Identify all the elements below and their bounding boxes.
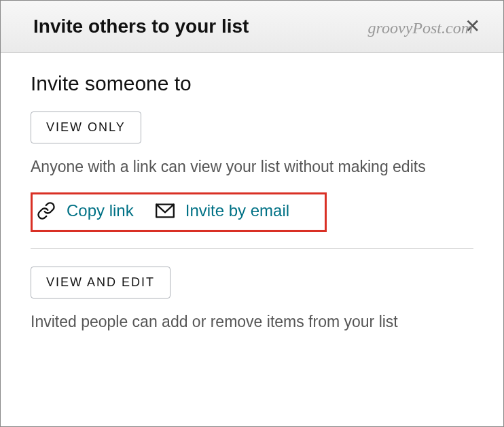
link-icon bbox=[37, 201, 56, 220]
dialog-header: Invite others to your list ✕ bbox=[1, 1, 503, 53]
close-button[interactable]: ✕ bbox=[461, 17, 484, 36]
share-actions-row: Copy link Invite by email bbox=[31, 192, 327, 232]
copy-link-label: Copy link bbox=[67, 201, 134, 220]
view-edit-description: Invited people can add or remove items f… bbox=[31, 311, 473, 332]
email-icon bbox=[156, 203, 175, 218]
view-and-edit-button[interactable]: VIEW AND EDIT bbox=[31, 267, 170, 298]
invite-email-action[interactable]: Invite by email bbox=[156, 201, 289, 220]
section-title: Invite someone to bbox=[31, 72, 473, 95]
copy-link-action[interactable]: Copy link bbox=[37, 201, 134, 220]
section-divider bbox=[31, 248, 473, 249]
invite-email-label: Invite by email bbox=[185, 201, 289, 220]
view-only-button[interactable]: VIEW ONLY bbox=[31, 112, 141, 143]
dialog-content: Invite someone to VIEW ONLY Anyone with … bbox=[1, 53, 503, 366]
dialog-title: Invite others to your list bbox=[33, 16, 249, 37]
view-only-description: Anyone with a link can view your list wi… bbox=[31, 156, 473, 177]
